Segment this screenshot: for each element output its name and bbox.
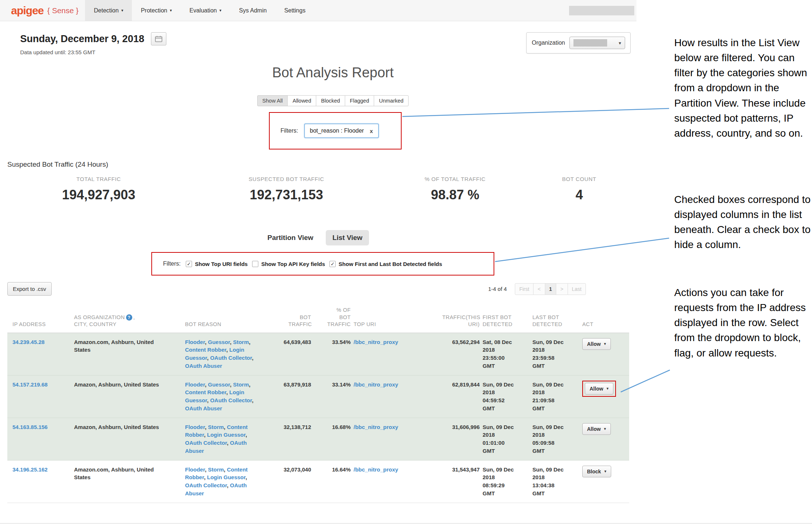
tab-flagged[interactable]: Flagged <box>345 95 374 106</box>
nav-item-sys-admin[interactable]: Sys Admin <box>230 0 276 21</box>
chevron-down-icon: ▾ <box>219 8 222 13</box>
bot-reason-link[interactable]: Guessor <box>208 381 230 388</box>
pagination-range: 1-4 of 4 <box>488 286 507 292</box>
stat-total-traffic: TOTAL TRAFFIC194,927,903 <box>0 176 197 203</box>
cell-act: Block▾ <box>582 466 624 498</box>
cell-ip: 54.157.219.68 <box>12 381 71 413</box>
partition-view-tab[interactable]: Partition View <box>267 234 313 242</box>
column-header-org: AS ORGANIZATION?,CITY, COUNTRY <box>74 314 182 328</box>
report-date: Sunday, December 9, 2018 <box>20 33 144 45</box>
bot-reason-link[interactable]: Content Robber <box>185 389 226 395</box>
column-header-act: ACT <box>582 321 624 328</box>
help-icon[interactable]: ? <box>126 314 132 321</box>
section-title: Suspected Bot Traffic (24 Hours) <box>7 160 636 169</box>
nav-items: Detection▾Protection▾Evaluation▾Sys Admi… <box>85 0 314 21</box>
bot-reason-link[interactable]: OAuth Collector <box>185 482 227 488</box>
cell-last-bot-detected: Sun, 09 Dec201823:59:58GMT <box>532 338 579 370</box>
bot-reason-link[interactable]: Flooder <box>185 381 205 388</box>
bot-reason-link[interactable]: OAuth Collector <box>185 440 227 446</box>
cell-pct-bot-traffic: 33.54% <box>314 338 351 370</box>
bot-reason-link[interactable]: Flooder <box>185 466 205 473</box>
export-csv-button[interactable]: Export to .csv <box>7 282 52 296</box>
organization-label: Organization <box>532 40 565 46</box>
ip-link[interactable]: 34.239.45.28 <box>12 339 45 345</box>
tab-blocked[interactable]: Blocked <box>316 95 345 106</box>
top-uri-link[interactable]: /bbc_nitro_proxy <box>354 466 398 473</box>
cell-bot-reason: Flooder, Guessor, Storm, Content Robber,… <box>185 381 265 413</box>
bot-reason-link[interactable]: OAuth Collector <box>210 397 252 403</box>
ip-link[interactable]: 34.196.25.162 <box>12 466 48 473</box>
bot-reason-link[interactable]: Guessor <box>208 339 230 345</box>
action-dropdown[interactable]: Allow▾ <box>582 338 611 350</box>
checkbox-unchecked-icon[interactable] <box>252 261 258 267</box>
action-dropdown[interactable]: Allow▾ <box>585 383 613 395</box>
filter-checkbox-show-first-and-last-bot-detected-fields[interactable]: Show First and Last Bot Detected fields <box>329 261 442 267</box>
tab-show-all[interactable]: Show All <box>257 95 288 106</box>
tab-allowed[interactable]: Allowed <box>287 95 316 106</box>
action-dropdown[interactable]: Block▾ <box>582 466 611 477</box>
chevron-down-icon: ▾ <box>121 8 123 13</box>
nav-item-label: Settings <box>284 7 306 14</box>
list-filters-panel: Filters: Show Top URI fieldsShow Top API… <box>151 252 494 276</box>
filter-tag[interactable]: bot_reason : Flooder x <box>304 123 379 138</box>
nav-item-label: Detection <box>94 7 119 14</box>
nav-item-label: Evaluation <box>189 7 217 14</box>
action-dropdown[interactable]: Allow▾ <box>582 423 611 435</box>
ip-link[interactable]: 54.163.85.156 <box>12 424 48 430</box>
cell-bot-reason: Flooder, Guessor, Storm, Content Robber,… <box>185 338 265 370</box>
bot-reason-link[interactable]: Login Guessor <box>207 474 246 480</box>
page-button-last: Last <box>568 283 586 295</box>
filters-panel: Filters: bot_reason : Flooder x <box>269 112 402 149</box>
table-row: 34.239.45.28Amazon.com, Ashburn, United … <box>7 333 629 376</box>
filter-checkbox-show-top-uri-fields[interactable]: Show Top URI fields <box>186 261 248 267</box>
column-header-bot_traffic: BOT TRAFFIC <box>288 314 311 328</box>
top-uri-link[interactable]: /bbc_nitro_proxy <box>354 424 398 430</box>
checkbox-label: Show Top API Key fields <box>261 261 325 267</box>
bot-reason-link[interactable]: Content Robber <box>185 347 226 353</box>
stat-label: BOT COUNT <box>535 176 624 182</box>
bot-reason-link[interactable]: Login Guessor <box>207 432 246 438</box>
stat-value: 192,731,153 <box>197 187 375 203</box>
bot-reason-link[interactable]: OAuth Abuser <box>185 363 222 369</box>
action-label: Block <box>587 469 601 474</box>
bot-reason-link[interactable]: Storm <box>233 381 249 388</box>
cell-ip: 54.163.85.156 <box>12 423 71 455</box>
page-button-first: First <box>515 283 534 295</box>
stat-value: 98.87 % <box>376 187 535 203</box>
nav-item-detection[interactable]: Detection▾ <box>85 0 132 21</box>
nav-item-evaluation[interactable]: Evaluation▾ <box>181 0 230 21</box>
tab-unmarked[interactable]: Unmarked <box>374 95 409 106</box>
bot-reason-link[interactable]: Storm <box>208 424 224 430</box>
filter-checkbox-show-top-api-key-fields[interactable]: Show Top API Key fields <box>252 261 325 267</box>
stat-of-total-traffic: % OF TOTAL TRAFFIC98.87 % <box>376 176 535 203</box>
checkbox-checked-icon[interactable] <box>186 261 192 267</box>
cell-last-bot-detected: Sun, 09 Dec201821:09:58GMT <box>532 381 579 413</box>
filter-remove-icon[interactable]: x <box>370 128 373 134</box>
redacted-organization-value <box>573 39 607 47</box>
ip-link[interactable]: 54.157.219.68 <box>12 381 48 388</box>
bot-reason-link[interactable]: OAuth Collector <box>210 355 252 361</box>
top-uri-link[interactable]: /bbc_nitro_proxy <box>354 381 398 388</box>
checkbox-checked-icon[interactable] <box>329 261 336 267</box>
cell-last-bot-detected: Sun, 09 Dec201805:09:58GMT <box>532 423 579 455</box>
list-view-tab[interactable]: List View <box>326 230 369 245</box>
cell-first-bot-detected: Sun, 09 Dec201808:59:29GMT <box>483 466 529 498</box>
bot-reason-link[interactable]: OAuth Abuser <box>185 405 222 411</box>
redacted-account-info <box>569 6 634 15</box>
page-title: Bot Analysis Report <box>15 65 651 81</box>
nav-item-settings[interactable]: Settings <box>276 0 314 21</box>
table-row: 54.157.219.68Amazon, Ashburn, United Sta… <box>7 376 629 418</box>
cell-top-uri: /bbc_nitro_proxy <box>354 338 422 370</box>
filters-label: Filters: <box>281 127 298 134</box>
calendar-button[interactable] <box>151 32 166 45</box>
bot-reason-link[interactable]: Flooder <box>185 424 205 430</box>
top-uri-link[interactable]: /bbc_nitro_proxy <box>354 339 398 345</box>
bot-reason-link[interactable]: Storm <box>233 339 249 345</box>
column-header-reason: BOT REASON <box>185 321 265 328</box>
nav-item-protection[interactable]: Protection▾ <box>132 0 181 21</box>
page-button-page-1[interactable]: 1 <box>545 283 557 295</box>
bot-reason-link[interactable]: Flooder <box>185 339 205 345</box>
cell-bot-reason: Flooder, Storm, Content Robber, Login Gu… <box>185 423 265 455</box>
organization-dropdown[interactable]: ▾ <box>569 37 625 49</box>
bot-reason-link[interactable]: Storm <box>208 466 224 473</box>
